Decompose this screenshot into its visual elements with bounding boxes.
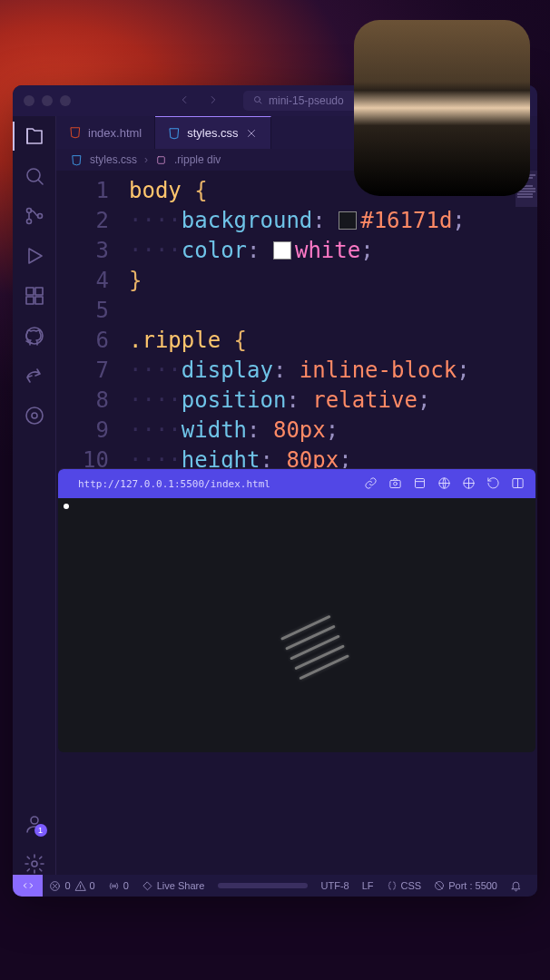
tab-label: index.html — [88, 126, 142, 140]
svg-point-11 — [32, 413, 37, 418]
devtools-icon[interactable] — [462, 476, 476, 492]
html-file-icon — [69, 126, 82, 139]
css-file-icon — [168, 127, 181, 140]
chevron-right-icon: › — [144, 153, 148, 166]
svg-point-0 — [255, 96, 260, 102]
quokka-icon[interactable] — [24, 405, 45, 426]
github-icon[interactable] — [24, 325, 45, 347]
code-content[interactable]: body { ····background: #16171d; ····colo… — [122, 171, 470, 468]
warning-icon — [74, 880, 86, 892]
svg-point-23 — [113, 885, 114, 887]
refresh-icon[interactable] — [486, 476, 500, 492]
svg-rect-5 — [26, 288, 34, 295]
status-radio[interactable]: 0 — [102, 880, 135, 892]
line-numbers: 12345678910 — [56, 171, 122, 468]
status-eol[interactable]: LF — [356, 880, 380, 891]
svg-point-13 — [32, 861, 37, 867]
tab-styles-css[interactable]: styles.css — [155, 116, 270, 149]
activity-bar: 1 — [13, 116, 56, 875]
tab-index-html[interactable]: index.html — [56, 116, 155, 149]
split-icon[interactable] — [511, 476, 525, 492]
svg-rect-18 — [416, 478, 425, 487]
svg-rect-16 — [390, 480, 400, 487]
css-file-icon — [71, 154, 83, 166]
run-debug-icon[interactable] — [24, 245, 45, 267]
open-external-icon[interactable] — [413, 476, 427, 492]
camera-icon[interactable] — [388, 476, 402, 492]
preview-dot — [64, 504, 69, 509]
search-text: mini-15-pseudo — [269, 94, 344, 107]
browser-preview-panel: http://127.0.0.1:5500/index.html — [58, 468, 535, 752]
tab-label: styles.css — [187, 126, 238, 140]
status-problems[interactable]: 0 0 — [43, 880, 101, 892]
webcam-overlay — [354, 20, 530, 196]
breadcrumb-symbol: .ripple div — [174, 153, 221, 166]
status-live-share[interactable]: Live Share — [135, 880, 211, 892]
status-bell-icon[interactable] — [504, 880, 528, 892]
svg-point-10 — [26, 407, 43, 424]
window-controls[interactable] — [24, 95, 71, 106]
terminal-panel-collapsed[interactable] — [56, 752, 537, 875]
preview-viewport[interactable] — [58, 498, 535, 752]
status-language[interactable]: CSS — [380, 880, 428, 891]
explorer-icon[interactable] — [24, 125, 45, 147]
svg-point-17 — [394, 482, 398, 485]
settings-gear-icon[interactable] — [24, 853, 45, 875]
traffic-max-icon[interactable] — [60, 95, 71, 106]
svg-rect-8 — [35, 297, 43, 304]
traffic-min-icon[interactable] — [42, 95, 53, 106]
radio-icon — [108, 880, 120, 892]
error-icon — [49, 880, 61, 892]
link-icon[interactable] — [364, 476, 378, 492]
braces-icon — [387, 880, 398, 891]
status-scrubber[interactable] — [218, 883, 307, 888]
symbol-icon — [155, 154, 167, 166]
svg-rect-14 — [158, 156, 165, 163]
status-port[interactable]: Port : 5500 — [427, 880, 504, 891]
svg-rect-7 — [26, 297, 34, 304]
svg-rect-6 — [35, 288, 43, 295]
live-share-icon — [142, 880, 153, 892]
minimap[interactable] — [516, 171, 537, 468]
preview-motion-blur — [277, 608, 353, 688]
remote-indicator[interactable] — [13, 875, 43, 897]
source-control-icon[interactable] — [24, 205, 45, 227]
accounts-badge: 1 — [34, 824, 47, 837]
nav-forward-icon[interactable] — [207, 93, 220, 109]
status-encoding[interactable]: UTF-8 — [315, 880, 356, 891]
svg-point-12 — [31, 817, 38, 824]
nav-back-icon[interactable] — [178, 93, 191, 109]
close-icon[interactable] — [245, 127, 258, 140]
preview-url[interactable]: http://127.0.0.1:5500/index.html — [78, 478, 355, 490]
breadcrumb-file: styles.css — [90, 153, 137, 166]
status-bar: 0 0 0 Live Share UTF-8 LF CSS Port : 550… — [13, 875, 537, 897]
traffic-close-icon[interactable] — [24, 95, 34, 106]
code-editor[interactable]: 12345678910 body { ····background: #1617… — [56, 171, 537, 468]
vscode-window: mini-15-pseudo 1 index.html — [13, 85, 537, 897]
extensions-icon[interactable] — [24, 285, 45, 307]
accounts-icon[interactable]: 1 — [24, 813, 45, 835]
globe-icon[interactable] — [437, 476, 451, 492]
search-icon — [252, 94, 263, 108]
share-icon[interactable] — [24, 365, 45, 387]
search-panel-icon[interactable] — [24, 165, 45, 187]
no-port-icon — [434, 880, 445, 891]
preview-toolbar: http://127.0.0.1:5500/index.html — [58, 469, 535, 498]
